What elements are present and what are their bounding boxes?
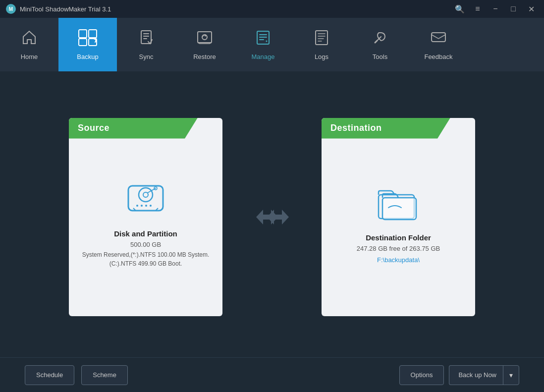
backup-now-group: Back up Now ▾ [449, 365, 519, 385]
svg-rect-20 [382, 198, 416, 220]
nav-restore[interactable]: Restore [175, 18, 234, 71]
svg-rect-9 [316, 31, 327, 45]
svg-point-15 [136, 205, 138, 207]
app-logo: M [6, 4, 16, 14]
backup-now-dropdown[interactable]: ▾ [503, 365, 519, 385]
folder-icon [374, 180, 423, 224]
source-card-header: Source [69, 118, 198, 139]
navbar: Home Backup Sync [0, 18, 544, 71]
svg-rect-4 [141, 31, 151, 44]
backup-icon [78, 29, 98, 49]
minimize-button[interactable]: − [489, 2, 502, 16]
nav-home-label: Home [21, 53, 38, 60]
destination-free: 247.28 GB free of 263.75 GB [357, 245, 440, 252]
main-content: Source Disk and Partiti [0, 71, 544, 357]
nav-feedback-label: Feedback [424, 53, 452, 60]
svg-rect-1 [89, 30, 97, 38]
source-title: Disk and Partition [114, 229, 177, 238]
svg-point-18 [150, 205, 152, 207]
bottombar: Schedule Scheme Options Back up Now ▾ [0, 357, 544, 392]
nav-home[interactable]: Home [0, 18, 58, 71]
close-button[interactable]: ✕ [524, 2, 538, 16]
nav-logs[interactable]: Logs [292, 18, 351, 71]
nav-restore-label: Restore [193, 53, 216, 60]
feedback-icon [430, 29, 447, 49]
logs-icon [313, 29, 330, 49]
nav-manage[interactable]: Manage [234, 18, 292, 71]
destination-card[interactable]: Destination Destination Folder 247.28 GB… [322, 118, 475, 316]
options-button[interactable]: Options [399, 365, 444, 385]
bottom-right-buttons: Options Back up Now ▾ [399, 365, 519, 385]
maximize-button[interactable]: □ [506, 2, 520, 16]
manage-icon [254, 29, 272, 49]
search-button[interactable]: 🔍 [453, 2, 467, 16]
schedule-button[interactable]: Schedule [25, 365, 74, 385]
nav-backup[interactable]: Backup [58, 18, 117, 71]
window-controls: 🔍 ≡ − □ ✕ [453, 2, 538, 16]
nav-manage-label: Manage [252, 53, 275, 60]
destination-path: F:\backupdata\ [377, 256, 420, 264]
home-icon [20, 29, 38, 49]
restore-icon [196, 29, 214, 49]
svg-rect-2 [79, 39, 87, 46]
bottom-left-buttons: Schedule Scheme [25, 365, 128, 385]
svg-point-8 [266, 41, 268, 42]
disk-icon [121, 176, 170, 221]
nav-tools-label: Tools [373, 53, 387, 60]
titlebar: M MiniTool ShadowMaker Trial 3.1 🔍 ≡ − □… [0, 0, 544, 18]
arrow-separator [252, 205, 292, 229]
nav-logs-label: Logs [315, 53, 328, 60]
svg-rect-10 [432, 33, 445, 42]
nav-feedback[interactable]: Feedback [409, 18, 468, 71]
menu-button[interactable]: ≡ [471, 2, 485, 16]
source-size: 500.00 GB [130, 241, 161, 248]
scheme-button[interactable]: Scheme [81, 365, 128, 385]
nav-sync-label: Sync [139, 53, 154, 60]
nav-sync[interactable]: Sync [117, 18, 175, 71]
source-detail: System Reserved,(*:).NTFS 100.00 MB Syst… [79, 250, 213, 268]
svg-point-17 [145, 205, 147, 207]
svg-point-16 [141, 205, 143, 207]
sync-icon [137, 29, 155, 49]
svg-rect-0 [79, 30, 87, 38]
backup-now-button[interactable]: Back up Now [449, 365, 505, 385]
tools-icon [371, 29, 389, 49]
source-header-text: Source [78, 123, 109, 133]
destination-card-header: Destination [322, 118, 450, 139]
svg-rect-11 [128, 186, 163, 211]
svg-rect-5 [198, 32, 212, 43]
source-card[interactable]: Source Disk and Partiti [69, 118, 222, 316]
nav-tools[interactable]: Tools [351, 18, 409, 71]
svg-point-12 [139, 188, 153, 202]
destination-title: Destination Folder [366, 233, 431, 242]
nav-backup-label: Backup [77, 53, 98, 60]
destination-header-text: Destination [330, 123, 382, 133]
